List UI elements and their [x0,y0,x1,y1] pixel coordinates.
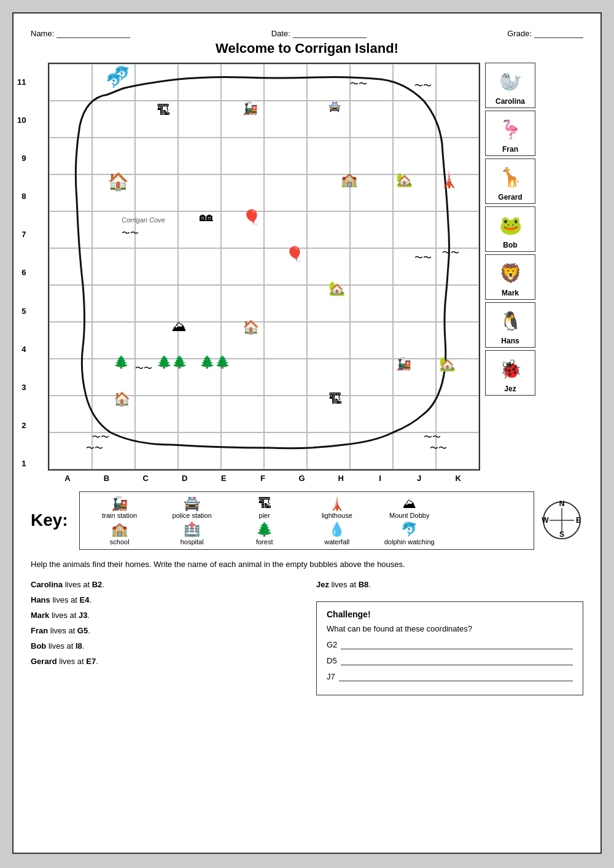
grid-cell [135,396,178,432]
challenge-g2-answer[interactable] [341,639,573,649]
clue-carolina-coord: B2 [92,580,103,589]
clue-carolina: Carolina lives at B2. [31,580,298,589]
icon-police-f10: 🚔 [328,102,341,112]
key-box: 🚂 train station 🚔 police station 🏗 pier … [79,491,534,550]
mark-icon: 🦁 [494,257,526,289]
hans-name: Hans [501,337,519,345]
animal-card-bob: 🐸 Bob [485,206,535,252]
y-label-4: 4 [17,330,28,368]
grid-cell [307,322,350,359]
key-pier-icon: 🏗 [258,496,271,512]
grid-cell [49,322,92,359]
date-label: Date: [271,29,290,38]
animal-card-carolina: 🦭 Carolina [485,63,535,108]
date-underline[interactable] [293,28,367,38]
icon-balloon-f6: 🎈 [286,247,304,262]
grid-cell [436,285,479,322]
key-label: Key: [31,510,68,530]
key-school-icon: 🏫 [111,522,128,538]
grid-cell [307,211,350,248]
x-label-h: H [321,474,360,483]
grid-cell [264,174,307,211]
key-item-lighthouse: 🗼 lighthouse [303,496,371,519]
grid-cell [178,174,221,211]
svg-text:E: E [576,516,581,525]
animal-sidebar: 🦭 Carolina 🦩 Fran 🦒 Gerard 🐸 Bob 🦁 Mark … [480,63,535,483]
date-field: Date: [271,28,367,38]
bob-name: Bob [503,241,517,249]
header: Name: Date: Grade: [31,28,583,38]
grid-cell [307,138,350,174]
x-label-f: F [243,474,282,483]
page: Name: Date: Grade: Welcome to Corrigan I… [12,12,602,854]
icon-train-e10: 🚂 [243,102,258,114]
hans-icon: 🐧 [494,305,526,337]
challenge-d5-label: D5 [327,656,337,665]
challenge-d5-answer[interactable] [341,655,573,665]
grid-cell [178,101,221,138]
clue-jez-coord: B8 [359,580,369,589]
animal-card-fran: 🦩 Fran [485,111,535,156]
key-train-label: train station [102,512,137,519]
key-item-hospital: 🏥 hospital [158,522,226,545]
key-item-police: 🚔 police station [158,496,226,519]
x-label-b: B [87,474,126,483]
icon-house-b8: 🏠 [107,173,129,190]
page-title: Welcome to Corrigan Island! [31,41,583,57]
icon-school-h8: 🏫 [341,173,357,187]
x-axis: A B C D E F G H I J K [48,474,478,483]
grid-cell [49,138,92,174]
key-forest-label: forest [256,538,273,545]
grid-cell [49,359,92,396]
key-hospital-label: hospital [181,538,204,545]
grid-cell [350,138,393,174]
clue-hans-coord: E4 [79,595,89,604]
corrigan-cove-label: Corrigan Cove [122,216,165,224]
carolina-icon: 🦭 [494,65,526,97]
y-label-9: 9 [17,139,28,177]
clue-fran-animal: Fran [31,626,48,635]
map-wrapper: 1 2 3 4 5 6 7 8 9 10 11 // Generate grid… [31,63,480,483]
map-grid: // Generate grid cells via JS after page… [49,64,479,469]
icon-tree-d3: 🌲🌲 [200,356,230,368]
grid-cell [49,396,92,432]
grade-underline[interactable] [534,28,583,38]
grid-cell [49,174,92,211]
name-underline[interactable] [56,28,130,38]
grid-cell [350,396,393,432]
grid-cell [221,174,264,211]
icon-house-i8: 🏡 [396,173,413,187]
challenge-j7-answer[interactable] [339,671,573,681]
clue-bob-animal: Bob [31,641,46,651]
jez-icon: 🐞 [494,353,526,385]
fran-icon: 🦩 [494,113,526,145]
key-item-pier: 🏗 pier [231,496,298,519]
clue-gerard-animal: Gerard [31,657,57,666]
grid-cell [393,138,436,174]
x-label-i: I [360,474,400,483]
challenge-j7-label: J7 [327,672,335,681]
grid-cell [307,432,350,469]
challenge-d5: D5 [327,655,573,665]
clue-bob: Bob lives at I8. [31,641,298,651]
grid-cell [92,138,135,174]
clues-right: Jez lives at B8. Challenge! What can be … [316,580,583,695]
grid-cell [178,396,221,432]
x-label-c: C [126,474,165,483]
grid-cell [264,322,307,359]
y-label-7: 7 [17,216,28,254]
waves-bottom-a1: 〜〜 [92,432,109,441]
gerard-name: Gerard [498,193,522,201]
waves-cove: 〜〜 [122,229,139,237]
grid-cell [221,285,264,322]
clue-mark-animal: Mark [31,611,49,620]
y-label-8: 8 [17,178,28,216]
jez-name: Jez [504,385,516,393]
animal-card-mark: 🦁 Mark [485,254,535,300]
grid-cell [92,101,135,138]
icon-tree-b3: 🌲 [114,356,129,368]
grid-cell [135,285,178,322]
key-dolphin-label: dolphin watching [384,538,435,545]
grid-cell [49,248,92,285]
waves-right-k7: 〜〜 [442,248,459,257]
